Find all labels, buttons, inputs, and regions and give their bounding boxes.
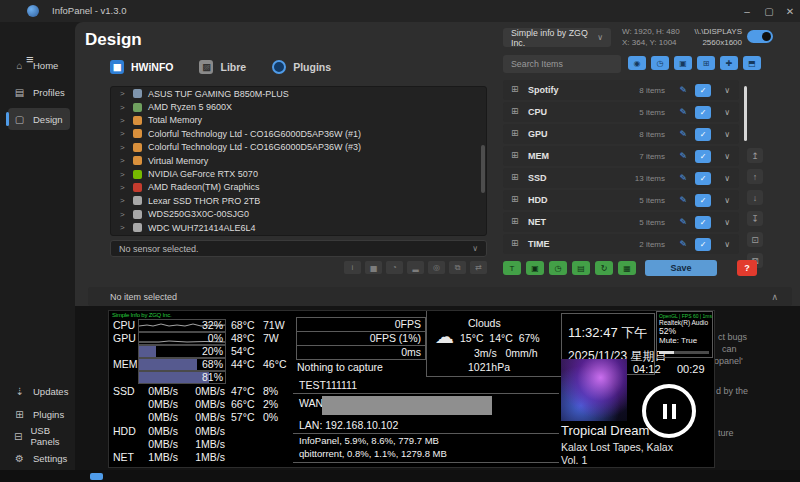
- fps-overlay-text: OpenGL | FPS 60 | 1ms: [657, 312, 712, 319]
- chevron-down-icon[interactable]: ∨: [724, 240, 730, 249]
- track-title: Tropical Dream: [561, 423, 649, 438]
- edit-icon[interactable]: ✎: [679, 107, 687, 117]
- preview-icon[interactable]: ◉: [628, 56, 646, 70]
- sidebar-item-profiles[interactable]: ▤ Profiles: [8, 81, 70, 103]
- group-row-net[interactable]: ⊞ NET 5 items ✎ ✓ ∨: [503, 212, 739, 232]
- chevron-down-icon[interactable]: ∨: [724, 86, 730, 95]
- visibility-checkbox[interactable]: ✓: [695, 172, 711, 185]
- visibility-checkbox[interactable]: ✓: [695, 150, 711, 163]
- visibility-checkbox[interactable]: ✓: [695, 128, 711, 141]
- chevron-down-icon[interactable]: ∨: [724, 108, 730, 117]
- sidebar-item-settings[interactable]: ⚙ Settings: [8, 447, 70, 469]
- tree-scrollbar[interactable]: [481, 145, 485, 193]
- minimize-button[interactable]: –: [738, 4, 756, 18]
- sidebar-item-usb-panels[interactable]: ⊟ USB Panels: [8, 425, 70, 447]
- edit-icon[interactable]: ✎: [679, 239, 687, 249]
- tab-libre[interactable]: ▨ Libre: [199, 60, 246, 74]
- move-down-icon[interactable]: ↓: [747, 190, 763, 205]
- chevron-down-icon[interactable]: ∨: [724, 130, 730, 139]
- tree-item[interactable]: >Lexar SSD THOR PRO 2TB: [111, 194, 486, 207]
- lock-icon[interactable]: ⬒: [743, 56, 761, 70]
- duplicate-icon[interactable]: ⊡: [747, 232, 763, 247]
- group-row-hdd[interactable]: ⊞ HDD 5 items ✎ ✓ ∨: [503, 190, 739, 210]
- donut-icon[interactable]: ◎: [428, 261, 445, 274]
- clock-icon[interactable]: ◷: [651, 56, 669, 70]
- sidebar-item-plugins[interactable]: ⊞ Plugins: [8, 403, 70, 425]
- move-icon[interactable]: ✚: [720, 56, 738, 70]
- panel-preview[interactable]: Simple Info by ZGQ Inc. CPU 32% 68°C 71W…: [108, 310, 715, 468]
- sidebar-item-updates[interactable]: ⇣ Updates: [8, 380, 70, 402]
- edit-icon[interactable]: ✎: [679, 151, 687, 161]
- add-image-icon[interactable]: ▣: [526, 261, 544, 275]
- mem-row-2: 81%: [109, 371, 296, 384]
- group-list-scrollbar[interactable]: [744, 86, 747, 141]
- help-button[interactable]: ?: [737, 260, 757, 276]
- background-text-fragment: d by the: [716, 386, 748, 396]
- chevron-down-icon[interactable]: ∨: [724, 218, 730, 227]
- tree-item[interactable]: >AMD Radeon(TM) Graphics: [111, 181, 486, 194]
- tree-item[interactable]: >WDC WUH721414ALE6L4: [111, 221, 486, 234]
- tree-item[interactable]: >NVIDIA GeForce RTX 5070: [111, 167, 486, 180]
- tree-item[interactable]: >ASUS TUF GAMING B850M-PLUS: [111, 87, 486, 100]
- group-row-time[interactable]: ⊞ TIME 2 items ✎ ✓ ∨: [503, 234, 739, 254]
- group-row-gpu[interactable]: ⊞ GPU 8 items ✎ ✓ ∨: [503, 124, 739, 144]
- display-toggle[interactable]: [747, 30, 773, 43]
- sidebar-item-design[interactable]: ▢ Design: [8, 108, 70, 130]
- swap-icon[interactable]: ⇄: [470, 261, 487, 274]
- chevron-down-icon[interactable]: ∨: [724, 174, 730, 183]
- profile-select[interactable]: Simple info by ZGQ Inc. ∨: [503, 28, 611, 47]
- sensor-select[interactable]: No sensor selected. ∨: [110, 240, 487, 257]
- background-text-fragment: opanel': [714, 356, 743, 366]
- image-icon[interactable]: ▣: [674, 56, 692, 70]
- edit-icon[interactable]: ✎: [679, 195, 687, 205]
- visibility-checkbox[interactable]: ✓: [695, 194, 711, 207]
- move-up-icon[interactable]: ↑: [747, 169, 763, 184]
- bar-chart-icon[interactable]: ▅: [365, 261, 382, 274]
- tree-item[interactable]: >WDS250G3X0C-00SJG0: [111, 208, 486, 221]
- tree-item[interactable]: >Colorful Technology Ltd - CO16G6000D5AP…: [111, 127, 486, 140]
- sidebar-item-home[interactable]: ⌂ Home: [8, 54, 70, 76]
- add-text-icon[interactable]: T: [503, 261, 521, 275]
- tree-item[interactable]: >WUH721919ALE6L4: [111, 234, 486, 236]
- line-chart-icon[interactable]: ▂: [407, 261, 424, 274]
- edit-icon[interactable]: ✎: [679, 129, 687, 139]
- add-bar-icon[interactable]: ▤: [572, 261, 590, 275]
- tab-hwinfo[interactable]: ▦ HWiNFO: [110, 60, 173, 74]
- add-shape-icon[interactable]: ↻: [595, 261, 613, 275]
- save-button[interactable]: Save: [645, 260, 717, 276]
- visibility-checkbox[interactable]: ✓: [695, 84, 711, 97]
- audio-device: Realtek(R) Audio: [657, 319, 712, 326]
- visibility-checkbox[interactable]: ✓: [695, 216, 711, 229]
- gpu-mem-row: 20% 54°C: [109, 345, 296, 358]
- edit-icon[interactable]: ✎: [679, 217, 687, 227]
- move-top-icon[interactable]: ↥: [747, 148, 763, 163]
- chevron-down-icon[interactable]: ∨: [724, 152, 730, 161]
- tab-plugins[interactable]: Plugins: [272, 60, 331, 74]
- group-row-cpu[interactable]: ⊞ CPU 5 items ✎ ✓ ∨: [503, 102, 739, 122]
- tree-item[interactable]: >Virtual Memory: [111, 154, 486, 167]
- maximize-button[interactable]: ▢: [760, 4, 778, 18]
- visibility-checkbox[interactable]: ✓: [695, 106, 711, 119]
- add-box-icon[interactable]: ⊞: [697, 56, 715, 70]
- tree-item[interactable]: >Total Memory: [111, 114, 486, 127]
- tree-item[interactable]: >AMD Ryzen 5 9600X: [111, 100, 486, 113]
- search-input[interactable]: [503, 55, 621, 73]
- selected-item-bar[interactable]: No item selected ∧: [88, 287, 792, 306]
- group-row-spotify[interactable]: ⊞ Spotify 8 items ✎ ✓ ∨: [503, 80, 739, 100]
- group-row-ssd[interactable]: ⊞ SSD 13 items ✎ ✓ ∨: [503, 168, 739, 188]
- info-icon[interactable]: i: [344, 261, 361, 274]
- app-icon: [27, 5, 39, 17]
- tree-item[interactable]: >Colorful Technology Ltd - CO16G6000D5AP…: [111, 141, 486, 154]
- gauge-icon[interactable]: ◔: [386, 261, 403, 274]
- visibility-checkbox[interactable]: ✓: [695, 238, 711, 251]
- add-table-icon[interactable]: ▦: [618, 261, 636, 275]
- taskbar-app-indicator[interactable]: [90, 473, 103, 480]
- copy-icon[interactable]: ⧉: [449, 261, 466, 274]
- chevron-down-icon[interactable]: ∨: [724, 196, 730, 205]
- close-button[interactable]: ✕: [781, 4, 799, 18]
- add-clock-icon[interactable]: ◷: [549, 261, 567, 275]
- move-bottom-icon[interactable]: ↧: [747, 211, 763, 226]
- edit-icon[interactable]: ✎: [679, 173, 687, 183]
- group-row-mem[interactable]: ⊞ MEM 7 items ✎ ✓ ∨: [503, 146, 739, 166]
- edit-icon[interactable]: ✎: [679, 85, 687, 95]
